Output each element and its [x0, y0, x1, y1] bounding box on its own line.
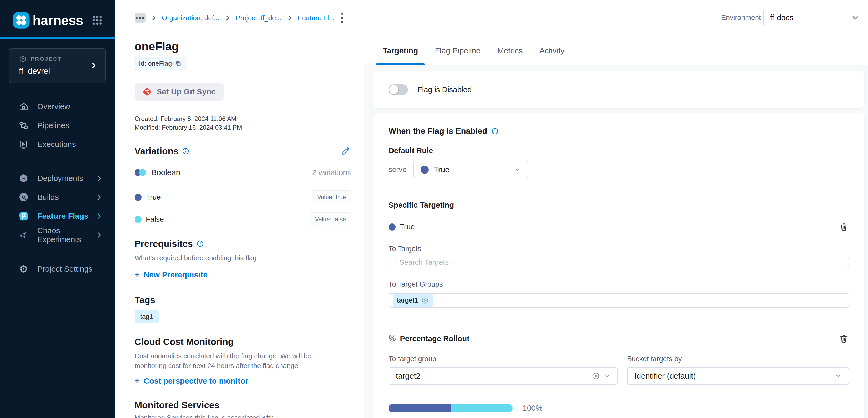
- environment-header: Environment ff-docs: [364, 0, 868, 36]
- breadcrumb-project-link[interactable]: Project: ff_de...: [236, 14, 281, 22]
- info-icon: [182, 148, 189, 155]
- info-icon: [196, 240, 204, 247]
- false-variation-dot: [134, 216, 142, 223]
- tab-activity[interactable]: Activity: [539, 36, 564, 65]
- serve-value: True: [433, 165, 450, 174]
- chaos-experiments-icon: [19, 230, 29, 240]
- percent-icon: %: [389, 334, 396, 344]
- flag-detail-panel: Organization: def... Project: ff_de... F…: [115, 0, 364, 418]
- chevron-right-icon: [95, 231, 103, 239]
- rollout-distribution-bar-row: 100%: [389, 404, 849, 413]
- variation-name: False: [146, 215, 164, 223]
- rollout-segment-false: [451, 404, 513, 413]
- variation-count: 2 variations: [312, 168, 351, 177]
- sidebar-item-label: Pipelines: [37, 121, 69, 130]
- sidebar-item-label: Chaos Experiments: [37, 226, 95, 244]
- chevron-down-icon: [835, 372, 842, 379]
- sidebar-accent-divider: [0, 37, 115, 39]
- target-groups-input[interactable]: target1: [389, 293, 849, 307]
- tag-chip[interactable]: tag1: [134, 310, 159, 323]
- sidebar-item-overview[interactable]: Overview: [0, 97, 115, 116]
- sidebar-item-label: Deployments: [37, 174, 83, 183]
- sidebar-item-executions[interactable]: Executions: [0, 135, 115, 154]
- true-variation-dot: [134, 194, 142, 201]
- enabled-heading: When the Flag is Enabled: [389, 126, 487, 136]
- chevron-right-icon: [95, 174, 103, 182]
- git-sync-label: Set Up Git Sync: [157, 87, 216, 96]
- prerequisites-description: What's required before enabling this fla…: [134, 253, 351, 263]
- sidebar-item-label: Overview: [37, 102, 70, 111]
- variation-value-badge: Value: false: [310, 212, 351, 226]
- edit-variations-pencil-icon[interactable]: [340, 147, 351, 156]
- chevron-down-icon: [604, 373, 610, 379]
- project-name: ff_devrel: [19, 66, 89, 76]
- copy-icon[interactable]: [175, 60, 182, 67]
- sidebar-item-project-settings[interactable]: ⚙ Project Settings: [0, 260, 115, 278]
- tab-flag-pipeline[interactable]: Flag Pipeline: [435, 36, 480, 65]
- sidebar-divider: [8, 252, 106, 252]
- cloud-cost-heading: Cloud Cost Monitoring: [134, 336, 234, 347]
- rollout-distribution-bar: [389, 404, 513, 413]
- plus-icon: +: [134, 376, 140, 386]
- targeting-content: Flag is Disabled When the Flag is Enable…: [364, 65, 868, 418]
- environment-select[interactable]: ff-docs: [763, 9, 868, 26]
- breadcrumb-feature-flags-link[interactable]: Feature Fl...: [298, 14, 335, 22]
- specific-variation-row: True: [389, 222, 849, 232]
- flag-tabs: Targeting Flag Pipeline Metrics Activity: [364, 36, 868, 65]
- delete-targeting-trash-icon[interactable]: [839, 222, 849, 232]
- delete-rollout-trash-icon[interactable]: [839, 334, 849, 344]
- variation-name: True: [146, 193, 161, 201]
- deployments-icon: ∞: [19, 173, 29, 183]
- svg-text:∞: ∞: [22, 176, 25, 181]
- chevron-down-icon: [851, 13, 860, 22]
- sidebar: harness PROJECT: [0, 0, 115, 418]
- breadcrumb-overflow-button[interactable]: [134, 13, 146, 23]
- to-targets-label: To Targets: [389, 245, 849, 253]
- flag-enabled-toggle[interactable]: [389, 84, 408, 95]
- new-prerequisite-button[interactable]: + New Prerequisite: [134, 270, 351, 279]
- bucket-targets-value: Identifier (default): [634, 371, 696, 380]
- rollout-target-group-select[interactable]: target2: [389, 367, 618, 385]
- breadcrumb: Organization: def... Project: ff_de... F…: [134, 11, 351, 25]
- app-grid-icon[interactable]: [89, 12, 105, 28]
- search-targets-input[interactable]: [389, 258, 849, 267]
- rollout-total-percent: 100%: [523, 404, 543, 413]
- remove-chip-icon[interactable]: [422, 297, 429, 304]
- flag-id-chip[interactable]: Id: oneFlag: [134, 57, 186, 70]
- setup-git-sync-button[interactable]: Set Up Git Sync: [134, 83, 223, 101]
- default-serve-select[interactable]: True: [413, 161, 528, 178]
- flag-menu-kebab-icon[interactable]: [339, 11, 345, 25]
- logo-row: harness: [0, 0, 115, 29]
- cost-perspective-button[interactable]: + Cost perspective to monitor: [134, 376, 351, 386]
- chevron-right-icon: [95, 193, 103, 201]
- variation-type-row: Boolean 2 variations: [134, 168, 351, 177]
- tab-metrics[interactable]: Metrics: [497, 36, 523, 65]
- chevron-separator-icon: [224, 14, 231, 21]
- project-selector[interactable]: PROJECT ff_devrel: [9, 48, 105, 83]
- sidebar-item-label: Project Settings: [37, 265, 92, 273]
- tab-targeting[interactable]: Targeting: [383, 36, 418, 65]
- cloud-cost-description: Cost anomalies correlated with the flag …: [134, 351, 339, 371]
- bucket-targets-select[interactable]: Identifier (default): [627, 367, 849, 385]
- sidebar-item-pipelines[interactable]: Pipelines: [0, 116, 115, 135]
- to-target-groups-label: To Target Groups: [389, 280, 849, 289]
- builds-icon: [19, 192, 29, 203]
- monitored-services-heading: Monitored Services: [134, 400, 219, 410]
- chevron-separator-icon: [150, 14, 157, 21]
- flag-state-card: Flag is Disabled: [373, 71, 864, 108]
- sidebar-item-builds[interactable]: Builds: [0, 188, 115, 207]
- chevron-right-icon: [95, 212, 103, 220]
- target-group-chip: target1: [393, 294, 433, 307]
- variation-row-true: True Value: true: [134, 190, 351, 204]
- boolean-type-icon: [134, 169, 146, 176]
- flag-created-date: Created: February 8, 2024 11:06 AM: [134, 114, 351, 123]
- clear-selection-icon[interactable]: [592, 372, 600, 380]
- specific-targeting-heading: Specific Targeting: [389, 201, 849, 210]
- sidebar-nav-modules: ∞ Deployments Builds: [0, 169, 115, 244]
- sidebar-item-feature-flags[interactable]: Feature Flags: [0, 207, 115, 226]
- sidebar-item-deployments[interactable]: ∞ Deployments: [0, 169, 115, 188]
- sidebar-item-chaos-experiments[interactable]: Chaos Experiments: [0, 226, 115, 244]
- breadcrumb-org-link[interactable]: Organization: def...: [162, 14, 220, 22]
- bucket-targets-label: Bucket targets by: [627, 355, 849, 363]
- project-label: PROJECT: [30, 56, 62, 62]
